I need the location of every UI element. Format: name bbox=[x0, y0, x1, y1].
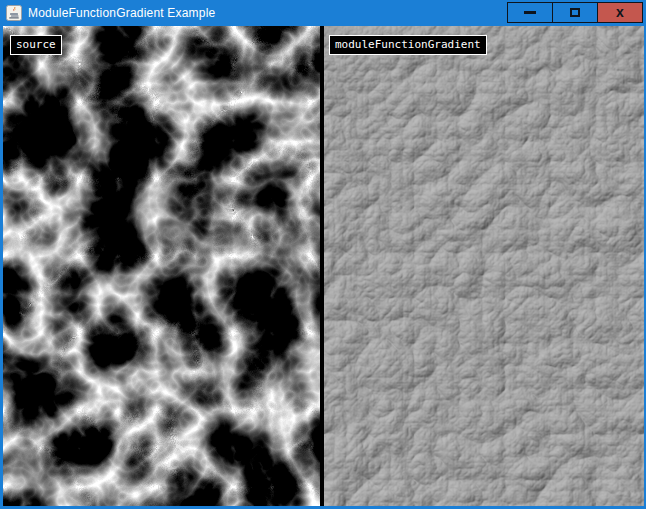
titlebar[interactable]: ModuleFunctionGradient Example x bbox=[0, 0, 646, 26]
source-label: source bbox=[10, 35, 62, 55]
maximize-square-icon bbox=[570, 8, 580, 17]
close-x-icon: x bbox=[616, 5, 624, 19]
window-title: ModuleFunctionGradient Example bbox=[28, 6, 215, 20]
window-controls: x bbox=[508, 2, 643, 23]
source-noise-image bbox=[3, 26, 320, 506]
gradient-image-panel: moduleFunctionGradient bbox=[324, 26, 644, 506]
source-image-panel: source bbox=[3, 26, 320, 506]
java-coffee-cup-icon[interactable] bbox=[6, 5, 22, 21]
gradient-label: moduleFunctionGradient bbox=[329, 35, 487, 55]
app-window: ModuleFunctionGradient Example x bbox=[0, 0, 646, 509]
close-button[interactable]: x bbox=[597, 2, 643, 23]
maximize-button[interactable] bbox=[552, 2, 598, 23]
content-area: source moduleFunct bbox=[3, 26, 644, 506]
minimize-dash-icon bbox=[524, 11, 536, 14]
gradient-noise-image bbox=[324, 26, 644, 506]
minimize-button[interactable] bbox=[507, 2, 553, 23]
